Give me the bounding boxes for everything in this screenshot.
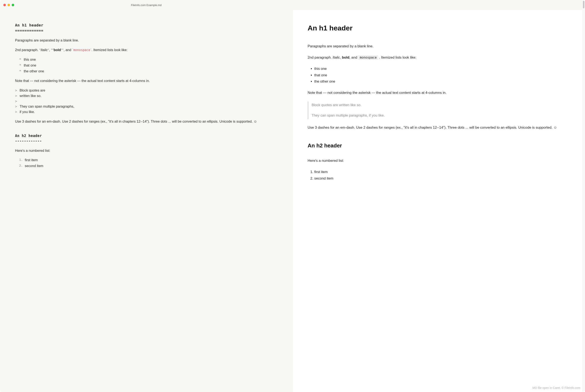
quote-line[interactable]: >They can span multiple paragraphs, [15, 104, 277, 109]
number-marker: 1. [19, 158, 23, 163]
titlebar: FileInfo.com Example.md [0, 0, 585, 10]
quote-line[interactable]: >if you like. [15, 110, 277, 114]
quote-text: if you like. [19, 110, 35, 114]
source-content[interactable]: An h1 header ============ Paragraphs are… [15, 22, 277, 168]
h1-source-underline[interactable]: ============ [15, 28, 277, 33]
source-bullet-list[interactable]: *this one *that one *the other one [19, 57, 277, 74]
rendered-numbered-list: first item second item [314, 169, 570, 181]
close-icon[interactable] [3, 4, 6, 6]
source-editor-pane[interactable]: An h1 header ============ Paragraphs are… [0, 10, 293, 392]
quote-marker-icon: > [15, 94, 17, 98]
asterisk-icon: * [19, 57, 21, 62]
minimize-icon[interactable] [7, 4, 10, 6]
quote-text: Block quotes are [19, 88, 45, 93]
rendered-content: An h1 header Paragraphs are separated by… [308, 22, 570, 181]
bold-marker: ** [61, 48, 63, 52]
footer-caption: .MD file open in Caret. © FileInfo.com [532, 386, 581, 390]
source-paragraph-5[interactable]: Here's a numbered list: [15, 148, 277, 153]
rendered-blockquote: Block quotes are written like so. They c… [308, 102, 570, 119]
rendered-paragraph-3: Note that --- not considering the asteri… [308, 90, 570, 96]
h1-source-text[interactable]: An h1 header [15, 22, 277, 28]
quote-marker-icon: > [15, 110, 17, 114]
bold-text: bold [53, 48, 61, 52]
italic-text: Italic [41, 48, 48, 52]
window-title: FileInfo.com Example.md [0, 4, 292, 7]
list-item: first item [314, 169, 570, 175]
scrollbar-track[interactable] [582, 0, 585, 392]
bold-text: bold [342, 56, 349, 60]
text-run: . Itemized lists look like: [91, 48, 128, 52]
quote-line[interactable]: >written like so. [15, 94, 277, 98]
list-item-text: that one [24, 63, 36, 68]
source-blockquote[interactable]: >Block quotes are >written like so. > >T… [15, 88, 277, 115]
list-item-text: first item [25, 158, 38, 163]
text-run: 2nd paragraph. [308, 56, 333, 60]
quote-marker-icon: > [15, 104, 17, 109]
quote-line[interactable]: > [15, 99, 277, 104]
quote-marker-icon: > [15, 88, 17, 93]
asterisk-icon: * [19, 69, 21, 74]
source-paragraph-3[interactable]: Note that --- not considering the asteri… [15, 78, 277, 84]
scrollbar-thumb[interactable] [583, 1, 584, 8]
split-panes: An h1 header ============ Paragraphs are… [0, 10, 585, 392]
rendered-h1: An h1 header [308, 22, 570, 34]
list-item[interactable]: 1.first item [19, 158, 277, 163]
text-run: . Itemized lists look like: [379, 56, 416, 60]
blockquote-paragraph: They can span multiple paragraphs, if yo… [312, 113, 570, 118]
source-numbered-list[interactable]: 1.first item 2.second item [19, 158, 277, 168]
list-item: second item [314, 176, 570, 181]
list-item-text: second item [25, 164, 43, 168]
h2-source-text[interactable]: An h2 header [15, 133, 277, 138]
list-item: that one [314, 72, 570, 78]
rendered-paragraph-1: Paragraphs are separated by a blank line… [308, 44, 570, 49]
list-item[interactable]: 2.second item [19, 164, 277, 168]
rendered-paragraph-4: Use 3 dashes for an em-dash. Use 2 dashe… [308, 125, 570, 130]
maximize-icon[interactable] [12, 4, 14, 6]
rendered-bullet-list: this one that one the other one [314, 66, 570, 84]
rendered-paragraph-2: 2nd paragraph. Italic, bold, and monospa… [308, 55, 570, 60]
rendered-h2: An h2 header [308, 141, 570, 150]
list-item-text: the other one [24, 69, 44, 74]
text-run: 2nd paragraph. [15, 48, 39, 52]
list-item-text: this one [24, 57, 36, 62]
bold-marker: ** [51, 48, 53, 52]
list-item: the other one [314, 79, 570, 84]
code-text: monospace [73, 48, 90, 52]
quote-text: They can span multiple paragraphs, [19, 104, 74, 109]
blockquote-paragraph: Block quotes are written like so. [312, 102, 570, 108]
traffic-lights [3, 4, 14, 6]
source-paragraph-2[interactable]: 2nd paragraph. *Italic*, **bold**, and `… [15, 48, 277, 52]
text-run: , and [349, 56, 358, 60]
h2-source-underline[interactable]: ------------ [15, 138, 277, 144]
italic-text: Italic [333, 56, 340, 60]
text-run: , [340, 56, 342, 60]
list-item[interactable]: *that one [19, 63, 277, 68]
text-run: , and [63, 48, 72, 52]
list-item: this one [314, 66, 570, 72]
source-paragraph-1[interactable]: Paragraphs are separated by a blank line… [15, 38, 277, 43]
preview-pane[interactable]: An h1 header Paragraphs are separated by… [293, 10, 585, 392]
list-item[interactable]: *this one [19, 57, 277, 62]
rendered-paragraph-5: Here's a numbered list: [308, 158, 570, 164]
app-window: FileInfo.com Example.md An h1 header ===… [0, 0, 585, 392]
quote-line[interactable]: >Block quotes are [15, 88, 277, 93]
asterisk-icon: * [19, 63, 21, 68]
list-item[interactable]: *the other one [19, 69, 277, 74]
code-text: monospace [358, 55, 378, 60]
source-paragraph-4[interactable]: Use 3 dashes for an em-dash. Use 2 dashe… [15, 119, 277, 124]
quote-marker-icon: > [15, 99, 17, 104]
quote-text: written like so. [19, 94, 41, 98]
number-marker: 2. [19, 164, 23, 168]
